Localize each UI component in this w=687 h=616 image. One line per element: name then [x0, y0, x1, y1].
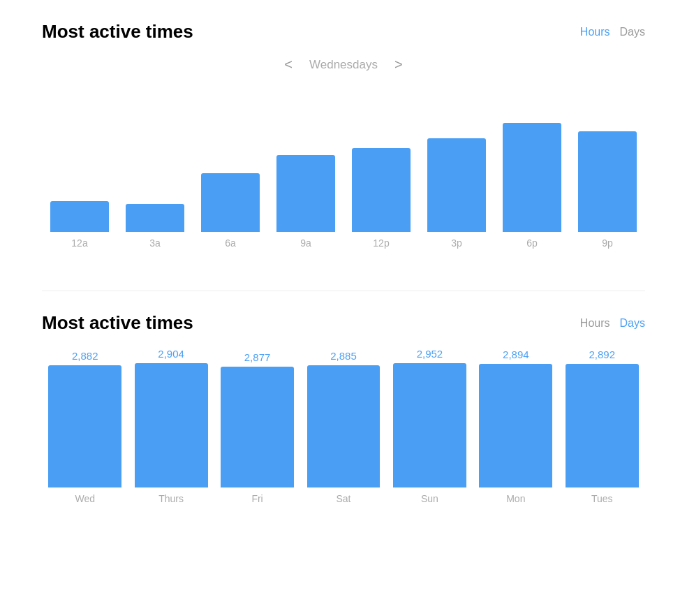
section1-header: Most active times Hours Days: [42, 21, 645, 43]
days-bar-col-Mon: 2,894: [473, 348, 559, 487]
hours-x-label-3a: 3a: [117, 237, 193, 249]
day-navigator: < Wednesdays >: [42, 57, 645, 73]
days-chart: 2,8822,9042,8772,8852,9522,8942,892 WedT…: [42, 348, 645, 504]
days-bar-Tues: [566, 364, 639, 487]
section-hours: Most active times Hours Days < Wednesday…: [42, 21, 645, 249]
hours-bar-6p: [503, 123, 561, 232]
hours-bar-col-12p: [344, 92, 419, 232]
hours-x-label-6p: 6p: [494, 237, 570, 249]
section2-toggle-group: Hours Days: [580, 317, 645, 330]
days-x-label-Sun: Sun: [387, 493, 473, 504]
days-x-label-Wed: Wed: [42, 493, 128, 504]
days-x-label-Tues: Tues: [559, 493, 645, 504]
hours-bar-col-9p: [570, 92, 645, 232]
section1-hours-toggle[interactable]: Hours: [580, 26, 610, 38]
hours-chart: 12a3a6a9a12p3p6p9p: [42, 92, 645, 249]
hours-bar-3p: [427, 138, 486, 232]
hours-bar-col-9a: [268, 92, 344, 232]
section-divider: [42, 291, 645, 291]
days-bar-col-Wed: 2,882: [42, 348, 128, 487]
days-bar-value-Wed: 2,882: [72, 350, 98, 362]
days-bar-Thurs: [135, 363, 208, 487]
hours-bar-6a: [201, 173, 260, 232]
days-bar-Wed: [48, 365, 121, 487]
days-x-label-Sat: Sat: [300, 493, 386, 504]
hours-bar-9a: [276, 155, 335, 232]
hours-x-label-12a: 12a: [42, 237, 117, 249]
days-bar-col-Sat: 2,885: [300, 348, 386, 487]
days-x-label-Fri: Fri: [214, 493, 300, 504]
days-bar-value-Tues: 2,892: [589, 349, 615, 360]
days-bar-Mon: [479, 364, 552, 487]
hours-x-label-3p: 3p: [419, 237, 494, 249]
days-bar-col-Sun: 2,952: [387, 348, 473, 487]
hours-bar-9p: [578, 131, 637, 232]
section2-hours-toggle[interactable]: Hours: [580, 317, 610, 330]
days-bar-value-Sat: 2,885: [330, 350, 357, 362]
hours-bar-col-6a: [193, 92, 268, 232]
days-bar-value-Sun: 2,952: [417, 348, 443, 360]
section-days: Most active times Hours Days 2,8822,9042…: [42, 312, 645, 504]
hours-bar-3a: [126, 204, 184, 232]
current-day-label: Wednesdays: [309, 58, 378, 72]
section1-toggle-group: Hours Days: [580, 26, 645, 38]
hours-x-label-6a: 6a: [193, 237, 268, 249]
section2-header: Most active times Hours Days: [42, 312, 645, 334]
days-x-labels: WedThursFriSatSunMonTues: [42, 493, 645, 504]
hours-x-label-9p: 9p: [570, 237, 645, 249]
days-x-label-Thurs: Thurs: [128, 493, 214, 504]
days-bars-row: 2,8822,9042,8772,8852,9522,8942,892: [42, 348, 645, 487]
days-bar-Fri: [221, 367, 294, 487]
hours-bar-col-12a: [42, 92, 117, 232]
days-x-label-Mon: Mon: [473, 493, 559, 504]
hours-x-label-12p: 12p: [344, 237, 419, 249]
hours-bar-col-3a: [117, 92, 193, 232]
days-bar-value-Thurs: 2,904: [158, 348, 184, 360]
hours-x-labels: 12a3a6a9a12p3p6p9p: [42, 237, 645, 249]
days-bar-Sat: [307, 365, 381, 487]
hours-bar-col-3p: [419, 92, 494, 232]
section1-days-toggle[interactable]: Days: [620, 26, 645, 38]
days-bar-col-Thurs: 2,904: [128, 348, 214, 487]
prev-day-button[interactable]: <: [281, 57, 295, 73]
next-day-button[interactable]: >: [392, 57, 406, 73]
section2-days-toggle[interactable]: Days: [620, 317, 645, 330]
days-bar-col-Fri: 2,877: [214, 348, 300, 487]
section1-title: Most active times: [42, 21, 193, 43]
days-bar-value-Mon: 2,894: [503, 349, 529, 360]
hours-bars-row: [42, 92, 645, 232]
days-bar-Sun: [393, 363, 466, 487]
hours-x-label-9a: 9a: [268, 237, 344, 249]
days-bar-value-Fri: 2,877: [244, 351, 271, 363]
hours-bar-12a: [50, 201, 109, 232]
section2-title: Most active times: [42, 312, 193, 334]
hours-bar-col-6p: [494, 92, 570, 232]
hours-bar-12p: [352, 148, 411, 232]
days-bar-col-Tues: 2,892: [559, 348, 645, 487]
